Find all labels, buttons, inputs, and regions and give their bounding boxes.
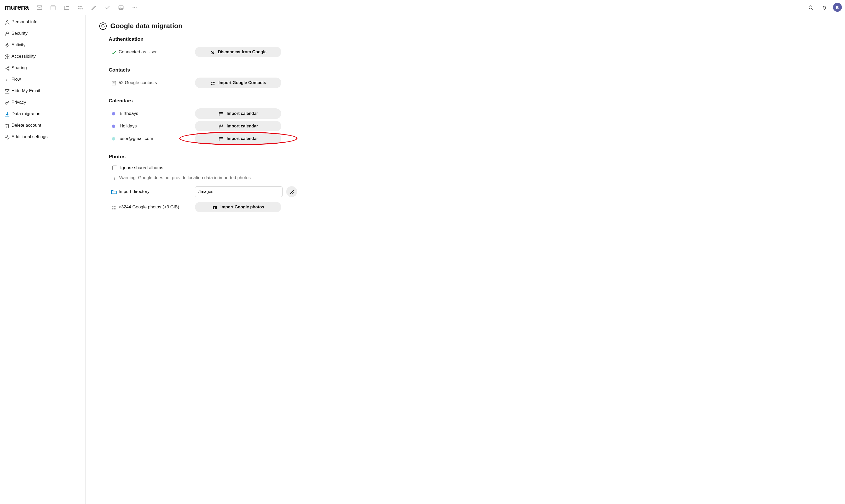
nav-files-icon[interactable] — [59, 2, 73, 13]
calendar-color-dot — [112, 125, 115, 128]
section-authentication: Authentication Connected as User Disconn… — [99, 36, 386, 58]
nav-contacts-icon[interactable] — [73, 2, 87, 13]
sidebar-item-label: Activity — [12, 42, 25, 48]
people-icon — [210, 80, 215, 85]
import-directory-input[interactable] — [195, 186, 282, 197]
folder-icon — [111, 189, 119, 195]
import-calendar-button[interactable]: Import calendar — [195, 121, 281, 131]
button-label: Import calendar — [227, 136, 258, 141]
sidebar-item-label: Data migration — [12, 111, 40, 116]
nav-more-icon[interactable] — [127, 2, 141, 13]
sidebar-item-personal-info[interactable]: Personal info — [0, 16, 85, 28]
disconnect-google-button[interactable]: Disconnect from Google — [195, 47, 281, 57]
sidebar-item-label: Sharing — [12, 65, 27, 71]
section-photos: Photos Ignore shared albums Warning: Goo… — [99, 154, 386, 213]
contacts-count-text: 52 Google contacts — [119, 80, 157, 85]
pencil-icon — [289, 189, 294, 194]
import-photos-button[interactable]: Import Google photos — [195, 202, 281, 212]
sidebar-item-activity[interactable]: Activity — [0, 39, 85, 51]
section-contacts: Contacts 52 Google contacts Import Googl… — [99, 67, 386, 89]
nav-tasks-icon[interactable] — [100, 2, 114, 13]
bolt-icon — [4, 42, 12, 48]
ignore-shared-albums-checkbox[interactable] — [113, 165, 117, 170]
brand-logo[interactable]: murena — [3, 3, 32, 12]
calendar-color-dot — [112, 112, 115, 115]
import-directory-label: Import directory — [119, 189, 150, 194]
sidebar-item-label: Security — [12, 31, 28, 36]
notifications-icon[interactable] — [817, 2, 831, 13]
warning-text: Warning: Google does not provide locatio… — [119, 175, 252, 180]
flow-icon — [4, 77, 12, 82]
calendar-row: Holidays Import calendar — [109, 120, 386, 132]
button-label: Import calendar — [227, 124, 258, 128]
calendar-icon — [218, 136, 223, 141]
button-label: Import Google photos — [220, 205, 264, 210]
check-icon — [111, 49, 119, 55]
image-icon — [212, 205, 217, 210]
trash-icon — [4, 123, 12, 128]
page-title: Google data migration — [110, 22, 183, 30]
button-label: Import Google Contacts — [219, 80, 266, 85]
ignore-shared-albums-row[interactable]: Ignore shared albums — [109, 163, 386, 174]
lock-icon — [4, 31, 12, 36]
key-icon — [4, 100, 12, 105]
google-icon: G — [99, 22, 107, 30]
section-heading: Contacts — [109, 67, 386, 73]
sidebar-item-label: Personal info — [12, 19, 37, 24]
import-calendar-button[interactable]: Import calendar — [195, 133, 281, 144]
section-heading: Calendars — [109, 98, 386, 104]
photos-count-text: >3244 Google photos (>3 GiB) — [119, 204, 179, 210]
calendar-name: Birthdays — [120, 111, 138, 116]
sidebar-item-flow[interactable]: Flow — [0, 74, 85, 85]
section-heading: Authentication — [109, 36, 386, 42]
calendar-name: user@gmail.com — [120, 136, 153, 141]
section-calendars: Calendars Birthdays Import calendar Holi… — [99, 98, 386, 145]
sidebar-item-privacy[interactable]: Privacy — [0, 96, 85, 108]
sidebar-item-label: Accessibility — [12, 54, 36, 59]
sidebar-item-sharing[interactable]: Sharing — [0, 62, 85, 74]
sidebar-item-label: Hide My Email — [12, 88, 40, 93]
close-icon — [210, 50, 214, 54]
contacts-icon — [111, 80, 119, 85]
sidebar-item-delete-account[interactable]: Delete account — [0, 120, 85, 131]
sidebar-item-label: Additional settings — [12, 134, 48, 140]
user-avatar[interactable]: B — [833, 3, 842, 12]
sidebar-item-security[interactable]: Security — [0, 28, 85, 39]
nav-notes-icon[interactable] — [87, 2, 100, 13]
mail-icon — [4, 88, 12, 93]
import-calendar-button[interactable]: Import calendar — [195, 108, 281, 119]
share-icon — [4, 65, 12, 71]
sidebar-item-label: Delete account — [12, 123, 41, 128]
import-contacts-button[interactable]: Import Google Contacts — [195, 77, 281, 88]
grid-icon — [111, 205, 119, 210]
nav-calendar-icon[interactable] — [46, 2, 59, 13]
sidebar-item-label: Flow — [12, 77, 21, 82]
button-label: Disconnect from Google — [218, 50, 266, 54]
section-heading: Photos — [109, 154, 386, 160]
button-label: Import calendar — [227, 111, 258, 116]
main-content: G Google data migration Authentication C… — [86, 15, 399, 504]
accessibility-icon — [4, 54, 12, 59]
auth-status-text: Connected as User — [119, 49, 157, 55]
calendar-color-dot — [112, 137, 115, 141]
nav-photos-icon[interactable] — [114, 2, 127, 13]
calendar-row: user@gmail.com Import calendar — [109, 132, 386, 145]
search-icon[interactable] — [804, 2, 817, 13]
sidebar-item-hide-my-email[interactable]: Hide My Email — [0, 85, 85, 96]
sidebar-item-data-migration[interactable]: Data migration — [0, 108, 85, 120]
checkbox-label: Ignore shared albums — [120, 165, 163, 170]
person-icon — [4, 19, 12, 24]
settings-sidebar: Personal info Security Activity Accessib… — [0, 15, 86, 504]
edit-directory-button[interactable] — [286, 186, 297, 197]
info-icon — [111, 176, 119, 180]
calendar-icon — [218, 124, 223, 128]
download-icon — [4, 111, 12, 116]
calendar-name: Holidays — [120, 124, 137, 129]
calendar-icon — [218, 111, 223, 116]
nav-mail-icon[interactable] — [32, 2, 46, 13]
sidebar-item-additional-settings[interactable]: Additional settings — [0, 131, 85, 143]
gear-icon — [4, 134, 12, 140]
photos-warning-row: Warning: Google does not provide locatio… — [109, 174, 386, 185]
sidebar-item-accessibility[interactable]: Accessibility — [0, 51, 85, 62]
calendar-row: Birthdays Import calendar — [109, 107, 386, 120]
